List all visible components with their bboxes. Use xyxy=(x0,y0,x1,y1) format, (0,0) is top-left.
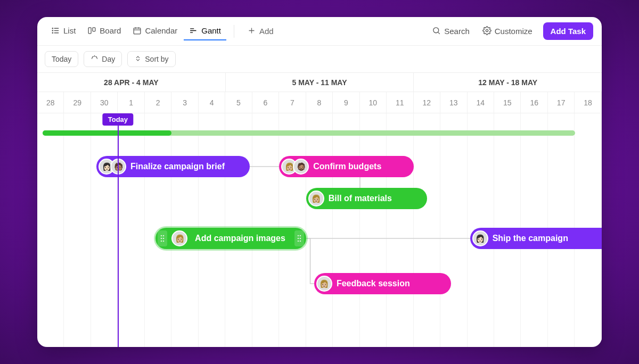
view-tab-list[interactable]: List xyxy=(46,22,81,40)
task-label: Add campaign images xyxy=(192,234,290,243)
drag-handle-icon[interactable] xyxy=(294,230,304,246)
today-flag: Today xyxy=(103,113,133,126)
grid-column xyxy=(387,113,413,347)
svg-point-29 xyxy=(297,235,299,237)
day-cell: 4 xyxy=(199,92,225,113)
day-cell: 29 xyxy=(64,92,91,113)
task-label: Finalize campaign brief xyxy=(130,162,225,171)
day-cell: 28 xyxy=(37,92,64,113)
avatar-stack: 👩🏼 xyxy=(316,276,332,292)
avatar: 👩🏼 xyxy=(308,191,324,206)
gantt-icon xyxy=(189,26,198,35)
list-icon xyxy=(51,26,60,35)
day-cell: 8 xyxy=(306,92,333,113)
svg-point-3 xyxy=(52,28,53,29)
view-tab-label: Gantt xyxy=(201,26,221,35)
drag-handle-icon[interactable] xyxy=(158,230,167,246)
grid-column xyxy=(360,113,387,347)
dependency-connector xyxy=(305,237,471,239)
task-bar[interactable]: 👩🏼Feedback session xyxy=(314,273,451,294)
svg-point-26 xyxy=(163,238,165,239)
svg-line-22 xyxy=(96,56,97,57)
add-task-button[interactable]: Add Task xyxy=(543,22,593,40)
app-frame: List Board Calendar Gantt xyxy=(37,17,602,347)
day-cell: 1 xyxy=(118,92,144,113)
view-tab-calendar[interactable]: Calendar xyxy=(127,22,183,40)
gantt-toolbar: Today Day Sort by xyxy=(37,46,602,72)
svg-line-21 xyxy=(92,56,93,57)
svg-rect-7 xyxy=(93,28,95,31)
svg-point-25 xyxy=(161,238,162,239)
day-cell: 6 xyxy=(252,92,279,113)
avatar: 👩🏼 xyxy=(316,276,332,292)
day-cell: 17 xyxy=(548,92,575,113)
day-cell: 9 xyxy=(333,92,359,113)
progress-fill xyxy=(43,130,171,136)
day-cell: 15 xyxy=(494,92,521,113)
day-cell: 16 xyxy=(521,92,547,113)
avatar: 🧔🏽 xyxy=(293,159,309,175)
search-label: Search xyxy=(444,27,470,36)
day-cell: 11 xyxy=(387,92,413,113)
svg-point-19 xyxy=(486,29,488,31)
task-bar[interactable]: 👩🏼Add campaign images xyxy=(155,228,306,249)
view-tabs: List Board Calendar Gantt xyxy=(46,22,226,40)
day-cell: 13 xyxy=(440,92,467,113)
add-view-button[interactable]: Add xyxy=(242,22,279,41)
day-cell: 14 xyxy=(468,92,494,113)
gantt-chart[interactable]: Today👩🏻🧑🏽Finalize campaign brief👩🏼🧔🏽Conf… xyxy=(37,113,602,347)
svg-point-28 xyxy=(163,241,165,242)
task-bar[interactable]: 👩🏼Bill of materials xyxy=(306,188,427,209)
svg-point-32 xyxy=(299,238,301,239)
svg-point-5 xyxy=(52,32,53,33)
day-cell: 3 xyxy=(171,92,198,113)
svg-rect-6 xyxy=(88,28,91,34)
add-view-label: Add xyxy=(259,27,274,36)
task-bar[interactable]: 👩🏻Ship the campaign xyxy=(470,228,602,249)
grid-column xyxy=(333,113,359,347)
today-button[interactable]: Today xyxy=(45,51,78,67)
avatar-stack: 👩🏼 xyxy=(171,230,187,246)
week-header: 28 APR - 4 MAY 5 MAY - 11 MAY 12 MAY - 1… xyxy=(37,73,602,92)
svg-point-33 xyxy=(297,241,299,242)
task-bar[interactable]: 👩🏻🧑🏽Finalize campaign brief xyxy=(96,156,250,177)
day-header: 282930123456789101112131415161718 xyxy=(37,92,602,113)
sort-button[interactable]: Sort by xyxy=(127,51,175,67)
customize-button[interactable]: Customize xyxy=(477,22,538,41)
board-icon xyxy=(87,26,96,35)
granularity-label: Day xyxy=(102,55,115,63)
sun-icon xyxy=(91,54,99,64)
grid-column xyxy=(414,113,440,347)
gantt-view: 28 APR - 4 MAY 5 MAY - 11 MAY 12 MAY - 1… xyxy=(37,72,602,347)
day-cell: 18 xyxy=(575,92,601,113)
svg-point-17 xyxy=(433,27,439,32)
add-task-label: Add Task xyxy=(551,27,586,36)
svg-point-31 xyxy=(297,238,299,239)
view-tab-label: List xyxy=(63,26,76,35)
view-tab-label: Board xyxy=(100,26,121,35)
task-label: Feedback session xyxy=(337,279,410,288)
dependency-connector xyxy=(305,237,315,285)
task-bar[interactable]: 👩🏼🧔🏽Confirm budgets xyxy=(279,156,413,177)
avatar-stack: 👩🏼 xyxy=(308,191,324,206)
granularity-button[interactable]: Day xyxy=(84,51,122,67)
svg-point-27 xyxy=(161,241,162,242)
grid-column xyxy=(91,113,118,347)
svg-rect-8 xyxy=(134,28,141,34)
gear-icon xyxy=(482,26,491,37)
svg-point-24 xyxy=(163,235,165,237)
customize-label: Customize xyxy=(495,27,532,36)
day-cell: 12 xyxy=(414,92,440,113)
view-tab-board[interactable]: Board xyxy=(82,22,126,40)
grid-column xyxy=(440,113,467,347)
svg-point-4 xyxy=(52,30,53,31)
avatar-stack: 👩🏻🧑🏽 xyxy=(99,159,126,175)
search-button[interactable]: Search xyxy=(427,22,475,41)
day-cell: 7 xyxy=(279,92,306,113)
svg-point-23 xyxy=(161,235,162,237)
grid-column xyxy=(118,113,144,347)
view-tab-gantt[interactable]: Gantt xyxy=(184,22,226,40)
dependency-connector xyxy=(249,166,281,168)
svg-line-18 xyxy=(438,32,440,34)
task-label: Confirm budgets xyxy=(313,162,381,171)
